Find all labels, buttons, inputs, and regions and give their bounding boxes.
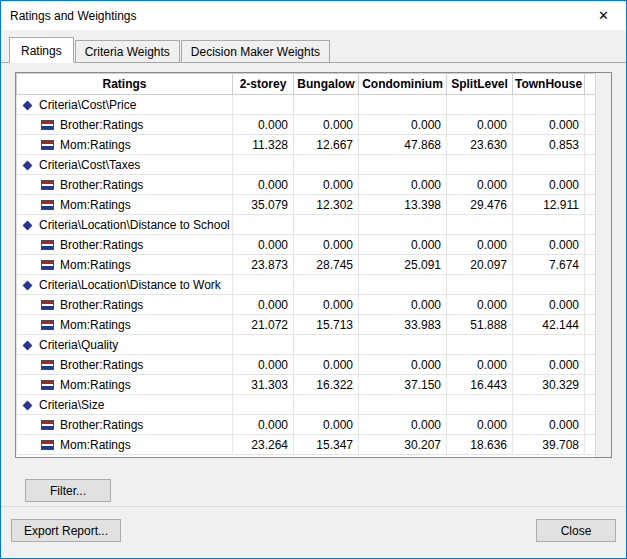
group-label-cell[interactable]: Criteria\Cost\Taxes	[17, 155, 233, 175]
rating-value-cell[interactable]: 42.144	[513, 315, 585, 335]
group-label-cell[interactable]: Criteria\Cost\Price	[17, 95, 233, 115]
rating-row[interactable]: Mom:Ratings23.26415.34730.20718.63639.70…	[17, 435, 596, 455]
rating-value-cell[interactable]: 16.443	[447, 375, 513, 395]
rating-row[interactable]: Mom:Ratings11.32812.66747.86823.6300.853	[17, 135, 596, 155]
rating-value-cell[interactable]: 0.000	[359, 415, 447, 435]
rating-value-cell[interactable]: 0.000	[294, 115, 359, 135]
rating-value-cell[interactable]: 30.329	[513, 375, 585, 395]
rating-value-cell[interactable]: 37.150	[359, 375, 447, 395]
rating-value-cell[interactable]: 51.888	[447, 315, 513, 335]
column-header-splitlevel[interactable]: SplitLevel	[447, 74, 513, 95]
rating-value-cell[interactable]: 20.097	[447, 255, 513, 275]
rating-value-cell[interactable]: 0.000	[294, 295, 359, 315]
rating-row-label-cell[interactable]: Brother:Ratings	[17, 235, 233, 255]
rating-row-label-cell[interactable]: Mom:Ratings	[17, 195, 233, 215]
tab-ratings[interactable]: Ratings	[9, 37, 74, 63]
rating-row[interactable]: Brother:Ratings0.0000.0000.0000.0000.000	[17, 355, 596, 375]
rating-row-label-cell[interactable]: Mom:Ratings	[17, 315, 233, 335]
rating-value-cell[interactable]: 0.000	[294, 415, 359, 435]
rating-value-cell[interactable]: 0.000	[447, 415, 513, 435]
rating-value-cell[interactable]: 33.983	[359, 315, 447, 335]
rating-value-cell[interactable]: 23.873	[233, 255, 294, 275]
rating-value-cell[interactable]: 13.398	[359, 195, 447, 215]
rating-value-cell[interactable]: 18.636	[447, 435, 513, 455]
group-label-cell[interactable]: Criteria\Location\Distance to Work	[17, 275, 233, 295]
group-row[interactable]: Criteria\Location\Distance to Work	[17, 275, 596, 295]
rating-value-cell[interactable]: 0.000	[359, 355, 447, 375]
rating-row-label-cell[interactable]: Brother:Ratings	[17, 115, 233, 135]
rating-value-cell[interactable]: 31.303	[233, 375, 294, 395]
rating-value-cell[interactable]: 39.708	[513, 435, 585, 455]
close-button[interactable]: Close	[536, 519, 616, 542]
rating-value-cell[interactable]: 0.000	[359, 295, 447, 315]
group-label-cell[interactable]: Criteria\Location\Distance to School	[17, 215, 233, 235]
rating-value-cell[interactable]: 0.000	[447, 355, 513, 375]
rating-row[interactable]: Brother:Ratings0.0000.0000.0000.0000.000	[17, 415, 596, 435]
rating-value-cell[interactable]: 15.713	[294, 315, 359, 335]
rating-value-cell[interactable]: 0.000	[359, 115, 447, 135]
rating-row[interactable]: Mom:Ratings35.07912.30213.39829.47612.91…	[17, 195, 596, 215]
rating-value-cell[interactable]: 0.000	[513, 295, 585, 315]
group-row[interactable]: Criteria\Location\Distance to School	[17, 215, 596, 235]
rating-value-cell[interactable]: 0.853	[513, 135, 585, 155]
rating-value-cell[interactable]: 0.000	[447, 175, 513, 195]
rating-row[interactable]: Brother:Ratings0.0000.0000.0000.0000.000	[17, 295, 596, 315]
rating-row-label-cell[interactable]: Brother:Ratings	[17, 415, 233, 435]
group-row[interactable]: Criteria\Size	[17, 395, 596, 415]
rating-value-cell[interactable]: 0.000	[447, 235, 513, 255]
rating-row-label-cell[interactable]: Mom:Ratings	[17, 375, 233, 395]
rating-value-cell[interactable]: 0.000	[359, 235, 447, 255]
rating-value-cell[interactable]: 28.745	[294, 255, 359, 275]
rating-value-cell[interactable]: 0.000	[233, 415, 294, 435]
group-label-cell[interactable]: Criteria\Quality	[17, 335, 233, 355]
rating-value-cell[interactable]: 23.264	[233, 435, 294, 455]
rating-row[interactable]: Mom:Ratings23.87328.74525.09120.0977.674	[17, 255, 596, 275]
column-header-ratings[interactable]: Ratings	[17, 74, 233, 95]
rating-row[interactable]: Brother:Ratings0.0000.0000.0000.0000.000	[17, 235, 596, 255]
rating-value-cell[interactable]: 0.000	[233, 115, 294, 135]
rating-value-cell[interactable]: 16.322	[294, 375, 359, 395]
rating-value-cell[interactable]: 30.207	[359, 435, 447, 455]
group-row[interactable]: Criteria\Cost\Price	[17, 95, 596, 115]
rating-row[interactable]: Brother:Ratings0.0000.0000.0000.0000.000	[17, 175, 596, 195]
column-header-townhouse[interactable]: TownHouse	[513, 74, 585, 95]
column-header-bungalow[interactable]: Bungalow	[294, 74, 359, 95]
rating-value-cell[interactable]: 0.000	[294, 175, 359, 195]
rating-value-cell[interactable]: 0.000	[233, 295, 294, 315]
rating-value-cell[interactable]: 47.868	[359, 135, 447, 155]
rating-value-cell[interactable]: 15.347	[294, 435, 359, 455]
rating-value-cell[interactable]: 0.000	[233, 235, 294, 255]
rating-row-label-cell[interactable]: Brother:Ratings	[17, 295, 233, 315]
window-close-button[interactable]: ✕	[581, 1, 626, 30]
group-row[interactable]: Criteria\Cost\Taxes	[17, 155, 596, 175]
rating-value-cell[interactable]: 0.000	[294, 355, 359, 375]
column-header-condominium[interactable]: Condominium	[359, 74, 447, 95]
rating-value-cell[interactable]: 25.091	[359, 255, 447, 275]
rating-value-cell[interactable]: 12.667	[294, 135, 359, 155]
vertical-scrollbar[interactable]	[595, 73, 611, 457]
rating-value-cell[interactable]: 0.000	[447, 115, 513, 135]
rating-row-label-cell[interactable]: Brother:Ratings	[17, 175, 233, 195]
column-header-2-storey[interactable]: 2-storey	[233, 74, 294, 95]
tab-decision-maker-weights[interactable]: Decision Maker Weights	[181, 40, 330, 62]
rating-row-label-cell[interactable]: Brother:Ratings	[17, 355, 233, 375]
rating-value-cell[interactable]: 0.000	[513, 175, 585, 195]
filter-button[interactable]: Filter...	[25, 479, 111, 502]
export-report-button[interactable]: Export Report...	[11, 519, 121, 542]
tab-criteria-weights[interactable]: Criteria Weights	[75, 40, 180, 62]
rating-value-cell[interactable]: 0.000	[513, 355, 585, 375]
rating-value-cell[interactable]: 29.476	[447, 195, 513, 215]
rating-value-cell[interactable]: 0.000	[233, 355, 294, 375]
rating-value-cell[interactable]: 7.674	[513, 255, 585, 275]
rating-row[interactable]: Mom:Ratings21.07215.71333.98351.88842.14…	[17, 315, 596, 335]
rating-value-cell[interactable]: 35.079	[233, 195, 294, 215]
rating-value-cell[interactable]: 21.072	[233, 315, 294, 335]
rating-row[interactable]: Brother:Ratings0.0000.0000.0000.0000.000	[17, 115, 596, 135]
rating-value-cell[interactable]: 23.630	[447, 135, 513, 155]
group-label-cell[interactable]: Criteria\Size	[17, 395, 233, 415]
group-row[interactable]: Criteria\Quality	[17, 335, 596, 355]
rating-value-cell[interactable]: 0.000	[359, 175, 447, 195]
rating-value-cell[interactable]: 0.000	[233, 175, 294, 195]
rating-value-cell[interactable]: 0.000	[294, 235, 359, 255]
rating-value-cell[interactable]: 0.000	[513, 235, 585, 255]
